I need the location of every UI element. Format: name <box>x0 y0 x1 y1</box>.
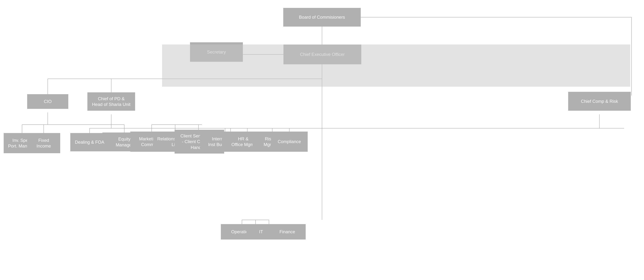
chief-pd-node: Chief of PD & Head of Sharia Unit <box>88 92 135 111</box>
compliance-node: Compliance <box>271 132 308 152</box>
wide-bar <box>162 44 630 87</box>
board-node: Board of Commisioners <box>283 8 361 26</box>
chief-comp-node: Chief Comp & Risk <box>568 92 631 111</box>
dealing-foa-node: Dealing & FOA <box>70 133 109 151</box>
fixed-income-node: Fixed Income <box>27 133 60 153</box>
cio-node: CIO <box>27 94 68 109</box>
org-chart: Board of Commisioners Secretary Chief Ex… <box>0 0 644 280</box>
finance-node: Finance <box>269 224 306 240</box>
